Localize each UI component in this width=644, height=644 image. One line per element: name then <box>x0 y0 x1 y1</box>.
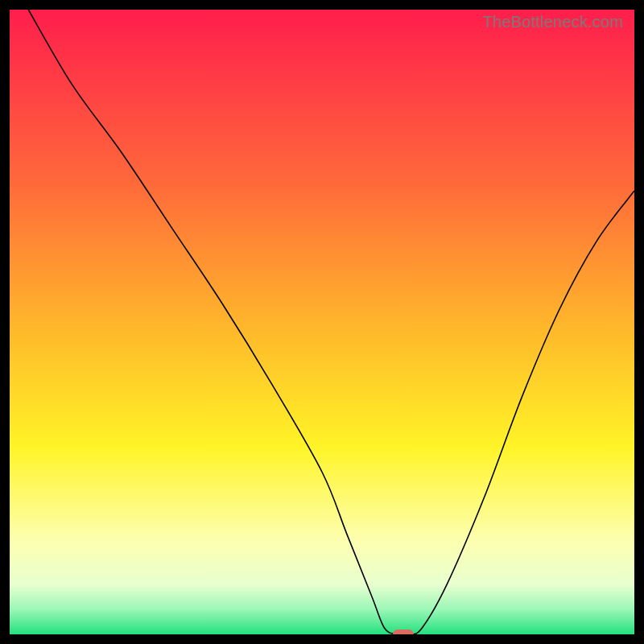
optimum-marker <box>393 630 414 634</box>
watermark-text: TheBottleneck.com <box>482 13 623 31</box>
chart-plot-area: TheBottleneck.com <box>10 10 634 634</box>
chart-background <box>10 10 634 634</box>
chart-svg <box>10 10 634 634</box>
chart-frame: TheBottleneck.com <box>0 0 644 644</box>
